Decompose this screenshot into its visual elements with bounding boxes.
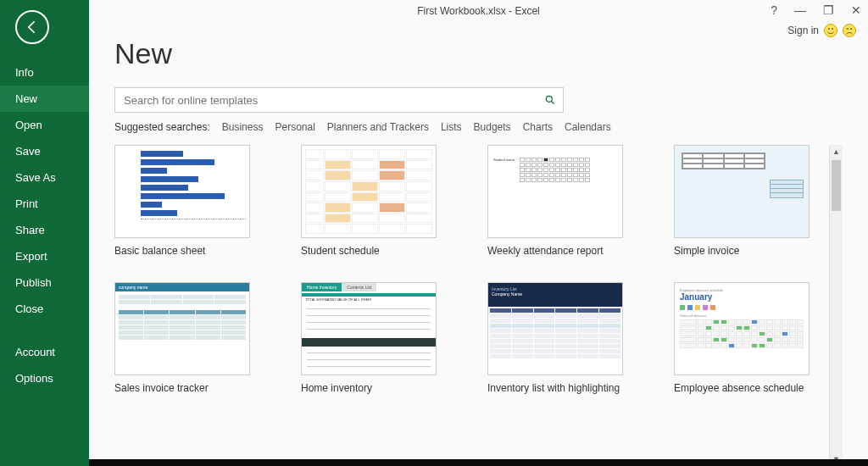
sidebar-item-share[interactable]: Share: [0, 217, 89, 243]
window-title: First Workbook.xlsx - Excel: [417, 5, 539, 17]
suggested-lists[interactable]: Lists: [441, 121, 462, 133]
suggested-calendars[interactable]: Calendars: [565, 121, 611, 133]
feedback-happy-icon[interactable]: [824, 24, 837, 37]
backstage-sidebar: Info New Open Save Save As Print Share E…: [0, 0, 89, 466]
suggested-business[interactable]: Business: [222, 121, 264, 133]
template-basic-balance-sheet[interactable]: Basic balance sheet: [114, 145, 267, 257]
suggested-charts[interactable]: Charts: [523, 121, 553, 133]
sidebar-item-info[interactable]: Info: [0, 59, 89, 86]
template-label: Weekly attendance report: [487, 245, 640, 257]
template-thumbnail: [301, 145, 437, 238]
template-label: Basic balance sheet: [114, 245, 267, 257]
template-thumbnail: Home InventoryContents List TOTAL ESTIMA…: [301, 282, 437, 375]
feedback-sad-icon[interactable]: [843, 24, 856, 37]
template-simple-invoice[interactable]: Simple invoice: [674, 145, 826, 257]
search-input[interactable]: [115, 94, 537, 107]
svg-point-0: [546, 96, 552, 102]
vertical-scrollbar[interactable]: ▲ ▼: [829, 145, 843, 466]
suggested-personal[interactable]: Personal: [275, 121, 314, 133]
template-label: Home inventory: [301, 382, 453, 394]
template-label: Employee absence schedule: [674, 382, 826, 394]
sidebar-item-export[interactable]: Export: [0, 243, 89, 269]
suggested-planners[interactable]: Planners and Trackers: [327, 121, 429, 133]
template-thumbnail: [114, 145, 250, 238]
sidebar-item-open[interactable]: Open: [0, 112, 89, 138]
titlebar: First Workbook.xlsx - Excel ? — ❐ ✕: [89, 0, 868, 22]
minimize-button[interactable]: —: [794, 3, 806, 17]
template-label: Simple invoice: [674, 245, 826, 257]
sidebar-item-options[interactable]: Options: [0, 365, 89, 391]
sidebar-item-save[interactable]: Save: [0, 138, 89, 164]
template-label: Inventory list with highlighting: [487, 382, 640, 394]
sidebar-item-publish[interactable]: Publish: [0, 269, 89, 296]
search-icon: [544, 94, 556, 106]
windows-taskbar: [89, 459, 868, 466]
close-button[interactable]: ✕: [851, 3, 861, 17]
template-sales-invoice-tracker[interactable]: company name: [114, 282, 267, 394]
template-weekly-attendance[interactable]: Student name Weekly attendance report: [487, 145, 640, 257]
page-title: New: [114, 37, 843, 70]
template-thumbnail: [674, 145, 810, 238]
sidebar-item-new[interactable]: New: [0, 86, 89, 112]
back-button[interactable]: [15, 10, 49, 44]
sign-in-link[interactable]: Sign in: [787, 25, 819, 36]
sidebar-item-account[interactable]: Account: [0, 339, 89, 365]
help-button[interactable]: ?: [771, 3, 777, 17]
sidebar-item-print[interactable]: Print: [0, 191, 89, 217]
template-inventory-highlighting[interactable]: Inventory ListCompany Name: [487, 282, 640, 394]
search-button[interactable]: [537, 94, 563, 106]
scroll-up-icon[interactable]: ▲: [830, 145, 843, 158]
template-label: Sales invoice tracker: [114, 382, 267, 394]
template-search: [114, 87, 564, 113]
suggested-label: Suggested searches:: [114, 121, 210, 133]
main-panel: First Workbook.xlsx - Excel ? — ❐ ✕ Sign…: [89, 0, 868, 466]
template-thumbnail: Student name: [487, 145, 623, 238]
template-student-schedule[interactable]: Student schedule: [301, 145, 453, 257]
template-employee-absence[interactable]: Employee absence schedule January Dates …: [674, 282, 826, 394]
template-grid: Basic balance sheet: [114, 145, 829, 466]
template-thumbnail: Employee absence schedule January Dates …: [674, 282, 810, 375]
template-thumbnail: Inventory ListCompany Name: [487, 282, 623, 375]
restore-button[interactable]: ❐: [823, 3, 834, 17]
sidebar-item-close[interactable]: Close: [0, 296, 89, 322]
sidebar-item-save-as[interactable]: Save As: [0, 164, 89, 191]
template-thumbnail: company name: [114, 282, 250, 375]
arrow-left-icon: [24, 19, 41, 36]
suggested-budgets[interactable]: Budgets: [474, 121, 511, 133]
suggested-searches: Suggested searches: Business Personal Pl…: [114, 121, 843, 133]
template-home-inventory[interactable]: Home InventoryContents List TOTAL ESTIMA…: [301, 282, 453, 394]
template-label: Student schedule: [301, 245, 453, 257]
scrollbar-thumb[interactable]: [832, 160, 841, 211]
